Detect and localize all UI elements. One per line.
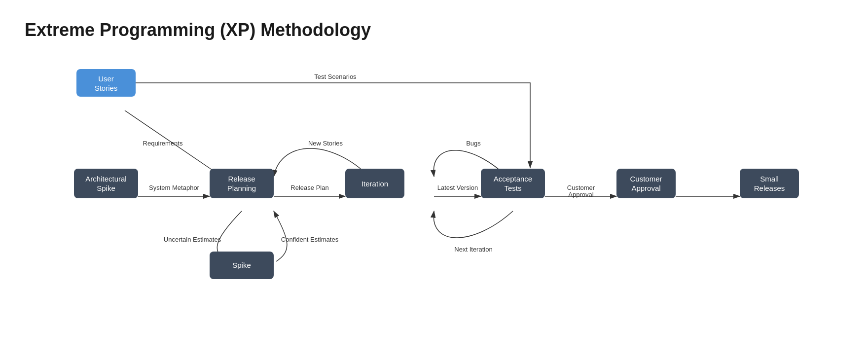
svg-rect-15 xyxy=(481,169,545,198)
requirements-label: Requirements xyxy=(143,140,183,147)
uncertain-estimates-label: Uncertain Estimates xyxy=(164,236,221,243)
svg-text:Stories: Stories xyxy=(95,84,118,92)
node-architectural-spike: Architectural Spike xyxy=(74,169,138,198)
svg-text:Approval: Approval xyxy=(631,184,660,192)
node-spike: Spike xyxy=(210,252,274,279)
node-user-stories: User Stories xyxy=(76,69,136,97)
svg-text:Customer: Customer xyxy=(630,175,662,183)
node-small-releases: Small Releases xyxy=(740,169,799,198)
svg-text:Release: Release xyxy=(228,175,255,183)
new-stories-label: New Stories xyxy=(308,140,343,147)
node-customer-approval: Customer Approval xyxy=(616,169,676,198)
svg-text:Planning: Planning xyxy=(227,184,256,192)
customer-approval-edge-label: CustomerApproval xyxy=(567,184,595,198)
svg-text:Iteration: Iteration xyxy=(362,180,388,188)
system-metaphor-label: System Metaphor xyxy=(149,184,200,191)
release-plan-label: Release Plan xyxy=(290,184,328,191)
node-release-planning: Release Planning xyxy=(210,169,274,198)
svg-text:Releases: Releases xyxy=(754,184,785,192)
next-iteration-label: Next Iteration xyxy=(454,246,492,253)
svg-text:Small: Small xyxy=(760,175,779,183)
bugs-label: Bugs xyxy=(466,140,481,147)
node-iteration: Iteration xyxy=(345,169,404,198)
latest-version-label: Latest Version xyxy=(437,184,478,191)
svg-text:Tests: Tests xyxy=(504,184,521,192)
svg-rect-8 xyxy=(210,169,274,198)
svg-rect-2 xyxy=(76,69,136,97)
confident-estimates-label: Confident Estimates xyxy=(281,236,339,243)
svg-text:Acceptance: Acceptance xyxy=(494,175,532,183)
svg-text:Spike: Spike xyxy=(232,261,251,269)
svg-text:User: User xyxy=(98,74,114,83)
svg-rect-5 xyxy=(74,169,138,198)
svg-rect-18 xyxy=(616,169,676,198)
test-scenarios-label: Test Scenarios xyxy=(314,73,357,80)
diagram: Test Scenarios Requirements System Metap… xyxy=(0,0,868,363)
svg-rect-21 xyxy=(740,169,799,198)
node-acceptance-tests: Acceptance Tests xyxy=(481,169,545,198)
svg-text:Architectural: Architectural xyxy=(85,175,126,183)
svg-text:Spike: Spike xyxy=(97,184,115,192)
